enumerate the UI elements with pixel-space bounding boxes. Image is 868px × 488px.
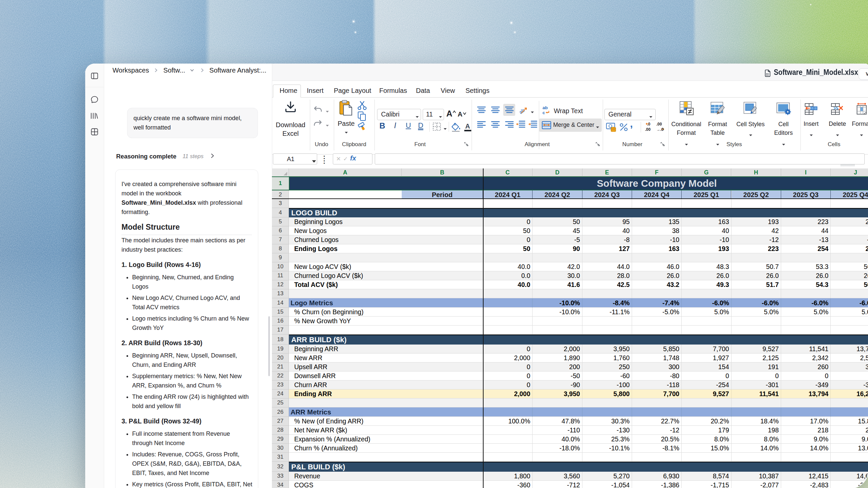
svg-text:ab: ab	[542, 105, 548, 110]
svg-text:c: c	[542, 110, 545, 115]
svg-text:A: A	[465, 122, 470, 130]
svg-text:,: ,	[630, 121, 633, 129]
